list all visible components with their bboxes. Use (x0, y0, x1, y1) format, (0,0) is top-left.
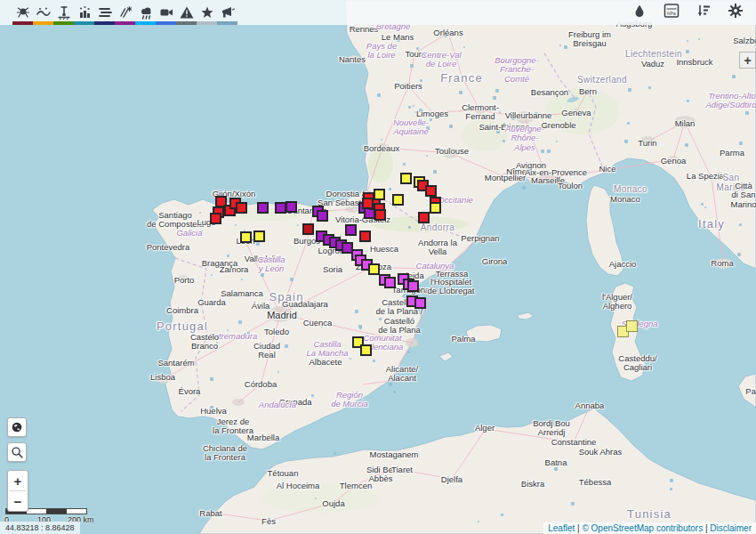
station-marker[interactable] (626, 320, 638, 332)
station-marker[interactable] (257, 202, 269, 214)
layer-underline (217, 21, 237, 25)
zoom-out-button[interactable]: − (8, 491, 28, 511)
pressure-hpa-icon: hPa (663, 2, 680, 20)
webcam-icon (158, 4, 174, 20)
search-icon (10, 445, 24, 459)
layers-expand-button[interactable]: + (739, 52, 756, 69)
layer-underline (156, 21, 176, 25)
humidity-tool-button[interactable] (630, 0, 649, 21)
snow-drift-icon (36, 4, 52, 20)
layer-underline (197, 21, 217, 25)
station-marker[interactable] (392, 194, 404, 206)
station-marker[interactable] (374, 209, 386, 221)
layer-underline (33, 21, 53, 25)
layer-buttons (12, 0, 237, 25)
precipitation-cloud-icon (138, 4, 154, 20)
locate-button[interactable] (7, 417, 27, 437)
warning-triangle-icon (179, 4, 195, 20)
station-marker[interactable] (286, 201, 297, 213)
announcements-layer-button[interactable] (217, 0, 237, 25)
station-marker[interactable] (345, 224, 357, 236)
layer-underline (94, 21, 115, 25)
leaflet-link[interactable]: Leaflet (548, 523, 575, 533)
layer-underline (135, 21, 156, 25)
station-marker[interactable] (418, 212, 430, 223)
attribution: Leaflet | © OpenStreetMap contributors |… (543, 522, 756, 534)
station-marker[interactable] (362, 198, 374, 209)
pollen-icon (15, 4, 31, 20)
air-quality-layer-button[interactable] (74, 0, 94, 25)
map-canvas[interactable]: RennesBretagneLe MansOrléansToursPays de… (0, 0, 756, 534)
pressure-tool-button[interactable]: hPa (662, 0, 681, 21)
soil-temperature-layer-button[interactable] (53, 0, 74, 25)
webcams-layer-button[interactable] (156, 0, 176, 25)
gear-icon (728, 3, 744, 19)
fog-layer-button[interactable] (94, 0, 115, 25)
zoom-in-button[interactable]: + (8, 471, 28, 490)
star-icon (199, 4, 215, 20)
station-marker[interactable] (384, 277, 396, 288)
warnings-layer-button[interactable] (176, 0, 197, 25)
favorites-layer-button[interactable] (197, 0, 217, 25)
wind-hail-icon (117, 4, 133, 20)
hpa-label: hPa (667, 11, 677, 16)
station-marker[interactable] (317, 210, 328, 222)
station-marker[interactable] (414, 297, 426, 309)
globe-icon (10, 420, 24, 434)
station-marker[interactable] (407, 280, 419, 292)
sort-descending-icon (696, 3, 712, 19)
station-marker[interactable] (425, 185, 437, 197)
megaphone-icon (220, 4, 236, 20)
station-marker[interactable] (210, 213, 221, 224)
station-marker[interactable] (253, 231, 265, 242)
station-marker[interactable] (430, 202, 441, 214)
soil-thermometer-icon (56, 4, 72, 20)
settings-tool-button[interactable] (726, 0, 745, 21)
station-marker[interactable] (359, 231, 371, 242)
top-toolbar: hPa (0, 0, 756, 25)
snow-drift-layer-button[interactable] (33, 0, 53, 25)
precipitation-layer-button[interactable] (135, 0, 156, 25)
fog-icon (97, 4, 113, 20)
storm-layer-button[interactable] (115, 0, 135, 25)
cursor-coordinates: 44.83218 : 8.86428 (0, 522, 80, 534)
layer-underline (53, 21, 74, 25)
station-marker[interactable] (236, 202, 247, 214)
disclaimer-link[interactable]: Disclaimer (710, 523, 752, 533)
station-marker[interactable] (302, 223, 314, 235)
city-air-quality-icon (76, 4, 92, 20)
right-tools: hPa (630, 0, 745, 21)
layer-underline (12, 21, 33, 25)
station-marker[interactable] (360, 344, 372, 356)
search-button[interactable] (7, 442, 27, 462)
osm-link[interactable]: © OpenStreetMap contributors (582, 523, 703, 533)
droplet-icon (632, 3, 647, 19)
station-marker[interactable] (400, 173, 412, 184)
sort-tool-button[interactable] (694, 0, 713, 21)
layer-underline (74, 21, 94, 25)
layer-underline (115, 21, 135, 25)
layer-underline (176, 21, 197, 25)
station-marker[interactable] (240, 231, 252, 243)
pollen-layer-button[interactable] (12, 0, 33, 25)
zoom-control: + − (7, 470, 28, 512)
